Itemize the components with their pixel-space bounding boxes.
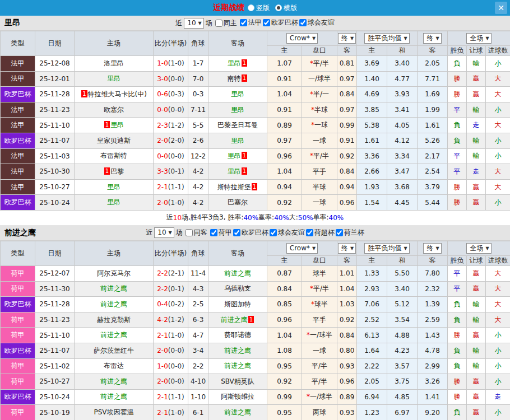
avg-away-odds: 1.43 [418,328,448,343]
match-date: 25-10-30 [35,164,75,180]
score-cell: 2-1(1-1) [154,389,188,405]
away-odds: 0.94 [337,179,357,195]
result-handicap: 輸 [467,102,486,118]
full-match-select[interactable]: 全场 [466,33,491,44]
avg-select[interactable]: 胜平负均值 [364,243,409,254]
avg-header: 胜平负均值 [357,241,418,255]
handicap-text: 半球 [313,183,326,191]
home-team-name: 布雷斯特 [100,152,127,160]
result-wdl: 負 [448,297,467,312]
league-filter-checkbox[interactable]: 荷兰杯 [335,228,364,237]
league-checkbox-input[interactable] [210,229,217,236]
home-team-cell: 赫拉克勒斯 [75,312,154,328]
match-date: 25-11-30 [35,281,75,297]
home-team-cell: 前进之鹰 [75,297,154,312]
avg-select[interactable]: 胜平负均值 [364,33,409,44]
rank-badge: 1 [248,316,254,323]
full-match-select[interactable]: 全场 [466,243,491,254]
away-team-name: 前进之鹰 [221,316,248,324]
same-venue-checkbox-input[interactable] [186,229,193,236]
away-team-cell: 里昂1 [208,148,267,164]
final-select-2[interactable]: 终 [423,243,441,254]
sub-col-let: 让球 [467,46,486,56]
result-goals: 大 [486,87,510,102]
radio-checked-icon[interactable] [275,4,282,11]
radio-unchecked-icon[interactable] [248,4,254,11]
match-count-select[interactable]: 10 [154,227,174,238]
league-filter-checkbox[interactable]: 欧罗巴杯 [262,18,298,27]
odds-provider-select[interactable]: Crow* [286,243,318,254]
fulltime-score: 1-0 [157,59,168,67]
layout-radio-group: 竖版 横版 [248,3,297,13]
away-team-name: 斯图加特 [224,300,251,308]
final-select[interactable]: 终 [338,33,356,44]
league-filter-checkbox[interactable]: 球会友谊 [298,18,335,27]
match-row: 法甲 25-11-10 1里昂 2-3(1-2) 5-5 巴黎圣日耳曼 0.89… [1,118,510,133]
avg-away-odds: 2.99 [418,358,448,374]
corner-count: 3-4 [188,343,208,358]
col-corner: 角球 [188,241,208,265]
away-odds: 0.89 [337,389,357,405]
result-wdl: 勝 [448,374,467,390]
odds-provider-header: Crow* [267,31,337,46]
corner-count: 5-5 [188,118,208,133]
match-date: 25-10-24 [35,195,75,211]
league-checkbox-input[interactable] [263,19,270,26]
score-cell: 2-1(1-0) [154,328,188,343]
handicap-text: 球半 [313,269,326,277]
same-venue-checkbox[interactable]: 同客 [184,228,207,237]
match-count-select[interactable]: 10 [184,18,203,29]
result-wdl: 平 [448,102,467,118]
away-team-cell: 里昂 [208,133,267,148]
vertical-layout-radio[interactable]: 竖版 [248,3,270,13]
avg-away-odds: 1.69 [418,87,448,102]
league-checkbox-input[interactable] [233,229,240,236]
avg-home-odds: 5.38 [357,118,387,133]
away-team-name: 里昂 [228,167,241,175]
final-select-2[interactable]: 终 [423,33,441,44]
handicap-cell: 平/半 [302,374,337,390]
result-handicap: 輸 [467,148,486,164]
avg-away-odds: 1.99 [418,102,448,118]
result-wdl: 負 [448,312,467,328]
halftime-score: (0-2) [168,300,184,308]
league-filter-checkbox[interactable]: 球会友谊 [268,228,305,237]
handicap-win-rate: 40% [274,214,289,222]
home-team-name: 前进之鹰 [100,377,127,385]
handicap-cell: *一/球半 [302,389,337,405]
result-handicap: 輸 [467,297,486,312]
horizontal-layout-radio[interactable]: 横版 [275,3,297,13]
home-team-cell: 皇家贝迪斯 [75,133,154,148]
match-date: 25-12-08 [35,56,75,72]
home-odds: 0.94 [267,179,302,195]
away-odds: 0.84 [337,87,357,102]
league-checkbox-input[interactable] [306,229,313,236]
final-select[interactable]: 终 [338,243,356,254]
odds-provider-select[interactable]: Crow* [286,33,318,44]
avg-away-odds: 5.26 [418,133,448,148]
same-venue-checkbox[interactable]: 同主 [214,18,237,28]
close-button[interactable]: ✕ [495,2,507,14]
halftime-score: (0-3) [168,90,184,98]
league-checkbox-input[interactable] [270,229,277,236]
league-type-cell: 荷甲 [1,312,35,328]
handicap-text: 平/半 [313,284,329,292]
same-venue-checkbox-input[interactable] [215,20,222,27]
league-filter-checkbox[interactable]: 法甲 [239,18,262,27]
league-type-cell: 欧罗巴杯 [1,297,35,312]
league-checkbox-input[interactable] [240,19,247,26]
match-row: 法甲 25-10-27 里昂 2-1(1-1) 4-2 斯特拉斯堡1 0.94 … [1,179,510,195]
league-filter-checkbox[interactable]: 荷超杯 [305,228,335,237]
summary-text: 大: [289,213,298,222]
handicap-text: 一/球半 [310,331,332,339]
score-cell: 1-0(1-0) [154,56,188,72]
handicap-cell: 平手 [302,164,337,180]
league-filter-checkbox[interactable]: 荷甲 [209,228,232,237]
league-checkbox-input[interactable] [299,19,307,26]
league-checkbox-input[interactable] [336,229,343,236]
away-team-name: 南特 [228,74,241,82]
league-filter-checkbox[interactable]: 欧罗巴杯 [232,228,268,237]
halftime-score: (1-2) [168,316,184,324]
handicap-cell: *球半 [302,297,337,312]
away-odds: 0.84 [337,164,357,180]
